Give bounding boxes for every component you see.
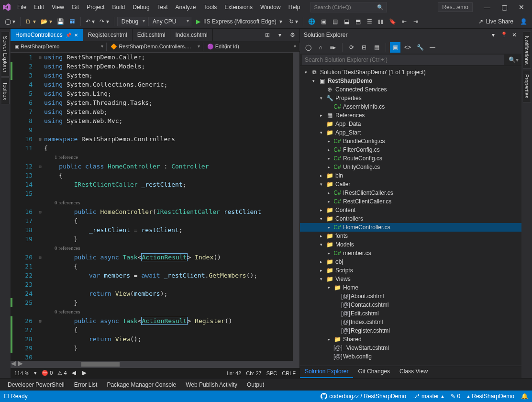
se-dropdown-icon[interactable]: ▾ (490, 32, 497, 38)
toolbar-icon-1[interactable]: ▣ (318, 16, 329, 27)
save-all-button[interactable]: 🖬 (67, 16, 78, 27)
se-showall-icon[interactable]: ▦ (371, 42, 382, 53)
side-tab-notifications[interactable]: Notifications (523, 32, 531, 69)
menu-file[interactable]: File (13, 2, 30, 12)
redo-button[interactable]: ↷ ▾ (98, 16, 111, 27)
code-editor[interactable]: 1234567891011 12131415 16171819 20212223… (11, 53, 299, 361)
se-sync-icon[interactable]: ≡▸ (328, 42, 338, 53)
se-view-code-icon[interactable]: ▣ (390, 42, 400, 53)
status-edits[interactable]: ✎ 0 (451, 393, 461, 400)
warning-count[interactable]: ⚠ 4 (57, 370, 66, 376)
status-branch[interactable]: ⎇ master ▴ (413, 393, 444, 400)
tree-node-shared[interactable]: ▸📁Shared (300, 335, 521, 344)
tree-node-routeconfig-cs[interactable]: ▸C#RouteConfig.cs (300, 154, 521, 163)
feedback-button[interactable]: 👤 (518, 16, 529, 27)
menu-analyze[interactable]: Analyze (172, 2, 200, 12)
tree-node-restsharpdemo[interactable]: ▾▣RestSharpDemo (300, 77, 521, 85)
toolbar-icon-8[interactable]: ⇤ (399, 16, 410, 27)
se-collapse-icon[interactable]: ⊟ (359, 42, 369, 53)
tree-node-connected-services[interactable]: ⊕Connected Services (300, 85, 521, 94)
tree-node-controllers[interactable]: ▾📁Controllers (300, 214, 521, 223)
window-minimize-button[interactable]: — (478, 1, 496, 13)
menu-test[interactable]: Test (154, 2, 172, 12)
window-restore-button[interactable]: ▢ (496, 1, 513, 13)
se-bottom-tab-git-changes[interactable]: Git Changes (353, 366, 395, 378)
tree-node-obj[interactable]: ▸📁obj (300, 257, 521, 266)
tab-homecontroller-cs[interactable]: HomeController.cs📌✕ (11, 29, 83, 41)
se-properties-icon[interactable]: 🔧 (415, 42, 425, 53)
tree-node-properties[interactable]: ▾🔧Properties (300, 94, 521, 102)
se-preview-icon[interactable]: — (427, 42, 438, 53)
se-back-icon[interactable]: ◯ (303, 42, 313, 53)
nav-back-button[interactable]: ◯ ▾ (3, 16, 17, 27)
se-home-icon[interactable]: ⌂ (315, 42, 326, 53)
horizontal-scrollbar[interactable]: ⯇⯈ (11, 361, 299, 368)
menu-git[interactable]: Git (68, 2, 83, 12)
pin-icon[interactable]: 📌 (66, 33, 71, 38)
tree-node-bundleconfig-cs[interactable]: ▸C#BundleConfig.cs (300, 137, 521, 145)
insert-mode[interactable]: SPC (266, 370, 277, 376)
toolbar-icon-5[interactable]: ☰ (364, 16, 375, 27)
tree-node-unityconfig-cs[interactable]: ▸C#UnityConfig.cs (300, 163, 521, 171)
side-tab-toolbox[interactable]: Toolbox (1, 78, 10, 104)
se-search-input[interactable] (302, 55, 504, 65)
tree-node-restclientcaller-cs[interactable]: ▸C#RestClientCaller.cs (300, 197, 521, 206)
menu-project[interactable]: Project (83, 2, 108, 12)
vertical-scrollbar[interactable] (293, 53, 299, 361)
error-count[interactable]: ⛔ 0 (42, 370, 53, 376)
tree-node-scripts[interactable]: ▸📁Scripts (300, 266, 521, 275)
platform-combo[interactable]: Any CPU (148, 17, 191, 26)
output-tab-output[interactable]: Output (243, 380, 268, 390)
tree-node-models[interactable]: ▾📁Models (300, 240, 521, 249)
toolbar-icon-6[interactable]: ⫿⫿ (376, 16, 386, 27)
solution-tree[interactable]: ▾⧉Solution 'RestSharpDemo' (1 of 1 proje… (300, 66, 521, 366)
close-icon[interactable]: ✕ (74, 33, 78, 38)
se-pin-icon[interactable]: 📍 (500, 32, 507, 38)
nav-project-dropdown[interactable]: ▣ RestSharpDemo (11, 43, 107, 51)
browser-link-icon[interactable]: 🌐 (306, 16, 317, 27)
menu-extensions[interactable]: Extensions (221, 2, 256, 12)
tree-node--viewstart-cshtml[interactable]: [@]_ViewStart.cshtml (300, 344, 521, 352)
zoom-level[interactable]: 114 % (14, 370, 29, 376)
se-view-icon[interactable]: <> (402, 42, 413, 53)
tab-edit-cshtml[interactable]: Edit.cshtml (133, 29, 171, 41)
toolbar-icon-9[interactable]: ⇥ (410, 16, 421, 27)
output-tab-developer-powershell[interactable]: Developer PowerShell (4, 380, 68, 390)
tab-more-icon[interactable]: ▾ (275, 30, 285, 40)
se-bottom-tab-class-view[interactable]: Class View (395, 366, 432, 378)
menu-debug[interactable]: Debug (129, 2, 153, 12)
menu-build[interactable]: Build (109, 2, 129, 12)
title-search[interactable]: Search (Ctrl+Q) 🔍 (310, 2, 387, 12)
tree-node-views[interactable]: ▾📁Views (300, 275, 521, 283)
nav-type-dropdown[interactable]: 🔶 RestSharpDemo.Controllers.HomeControll… (107, 43, 203, 51)
tab-index-cshtml[interactable]: Index.cshtml (170, 29, 212, 41)
refresh-button[interactable]: ↻ ▾ (287, 16, 300, 27)
tree-node-register-cshtml[interactable]: [@]Register.cshtml (300, 326, 521, 335)
tree-node-web-config[interactable]: [@]Web.config (300, 352, 521, 361)
output-tab-web-publish-activity[interactable]: Web Publish Activity (182, 380, 241, 390)
tree-node-solution-restsharpdemo-1-of-1-project-[interactable]: ▾⧉Solution 'RestSharpDemo' (1 of 1 proje… (300, 68, 521, 77)
menu-view[interactable]: View (48, 2, 68, 12)
tree-node-about-cshtml[interactable]: [@]About.cshtml (300, 292, 521, 301)
tree-node-member-cs[interactable]: ▸C#member.cs (300, 249, 521, 257)
title-solution-name[interactable]: Res...emo (438, 2, 473, 12)
status-project[interactable]: ▴ RestSharpDemo (467, 393, 514, 400)
output-tab-error-list[interactable]: Error List (70, 380, 101, 390)
side-tab-server-explorer[interactable]: Server Explorer (1, 32, 10, 77)
toolbar-icon-7[interactable]: 🔖 (387, 16, 398, 27)
se-refresh-icon[interactable]: ⟳ (346, 42, 357, 53)
config-combo[interactable]: Debug (117, 17, 147, 26)
undo-button[interactable]: ↶ ▾ (84, 16, 97, 27)
menu-edit[interactable]: Edit (30, 2, 48, 12)
toolbar-icon-2[interactable]: ▤ (330, 16, 340, 27)
new-item-button[interactable]: 🗋 ▾ (23, 16, 37, 27)
tree-node-references[interactable]: ▸▦References (300, 111, 521, 120)
toolbar-icon-4[interactable]: ⬒ (353, 16, 363, 27)
tree-node-content[interactable]: ▸📁Content (300, 206, 521, 214)
nav-member-dropdown[interactable]: 🟣 Edit(int Id) (203, 43, 299, 51)
eol-mode[interactable]: CRLF (282, 370, 296, 376)
tree-node-filterconfig-cs[interactable]: ▸C#FilterConfig.cs (300, 145, 521, 154)
tab-settings-icon[interactable]: ⚙ (287, 30, 298, 40)
tab-dropdown-icon[interactable]: ⊞ (262, 30, 273, 40)
output-tab-package-manager-console[interactable]: Package Manager Console (103, 380, 180, 390)
